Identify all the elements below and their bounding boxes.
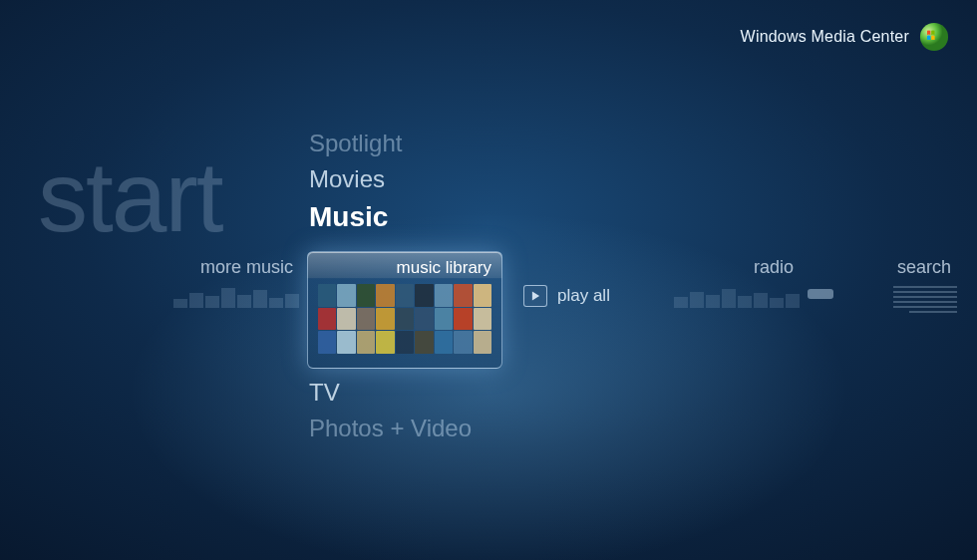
- album-thumb: [454, 284, 472, 307]
- album-thumb: [357, 284, 375, 307]
- tile-more-music-label: more music: [130, 257, 299, 278]
- category-movies[interactable]: Movies: [309, 165, 402, 193]
- tile-play-all[interactable]: play all: [523, 285, 610, 307]
- album-thumb: [337, 331, 355, 354]
- album-thumb: [454, 308, 472, 331]
- album-thumb: [376, 331, 394, 354]
- tile-search-label: search: [847, 257, 957, 278]
- category-photos-video[interactable]: Photos + Video: [309, 415, 472, 442]
- header: Windows Media Center: [741, 22, 949, 52]
- album-thumb: [337, 284, 355, 307]
- radio-dial-icon: [808, 289, 833, 299]
- album-thumb: [435, 331, 453, 354]
- album-thumb: [435, 308, 453, 331]
- tile-play-all-label: play all: [557, 286, 610, 306]
- album-thumbnail-grid: [318, 284, 491, 354]
- music-submenu-row: more music music library play all radio …: [0, 257, 977, 377]
- category-spotlight[interactable]: Spotlight: [309, 130, 402, 157]
- album-thumb: [474, 284, 491, 307]
- album-thumb: [318, 284, 336, 307]
- album-thumb: [415, 331, 433, 354]
- search-lines-icon: [847, 286, 957, 313]
- album-thumb: [454, 331, 472, 354]
- tile-search[interactable]: search: [847, 257, 957, 313]
- album-thumb: [396, 284, 414, 307]
- album-thumb: [376, 308, 394, 331]
- equalizer-icon: [650, 286, 800, 308]
- album-thumb: [357, 331, 375, 354]
- start-label: start: [38, 140, 221, 254]
- windows-logo-icon: [919, 22, 949, 52]
- album-thumb: [376, 284, 394, 307]
- category-music[interactable]: Music: [309, 201, 402, 233]
- album-thumb: [474, 308, 491, 331]
- album-thumb: [474, 331, 491, 354]
- tile-more-music[interactable]: more music: [130, 257, 299, 308]
- album-thumb: [318, 331, 336, 354]
- category-list-top: Spotlight Movies Music: [309, 130, 402, 233]
- tile-music-library[interactable]: music library: [307, 251, 502, 369]
- album-thumb: [396, 331, 414, 354]
- album-thumb: [337, 308, 355, 331]
- album-thumb: [396, 308, 414, 331]
- play-icon: [523, 285, 547, 307]
- album-thumb: [415, 308, 433, 331]
- album-thumb: [415, 284, 433, 307]
- category-list-bottom: TV Photos + Video: [309, 379, 472, 442]
- album-thumb: [318, 308, 336, 331]
- album-thumb: [435, 284, 453, 307]
- equalizer-icon: [130, 286, 299, 308]
- tile-radio-label: radio: [650, 257, 800, 278]
- category-tv[interactable]: TV: [309, 379, 472, 407]
- tile-radio[interactable]: radio: [650, 257, 800, 308]
- album-thumb: [357, 308, 375, 331]
- app-title: Windows Media Center: [741, 28, 909, 46]
- tile-music-library-label: music library: [318, 258, 491, 278]
